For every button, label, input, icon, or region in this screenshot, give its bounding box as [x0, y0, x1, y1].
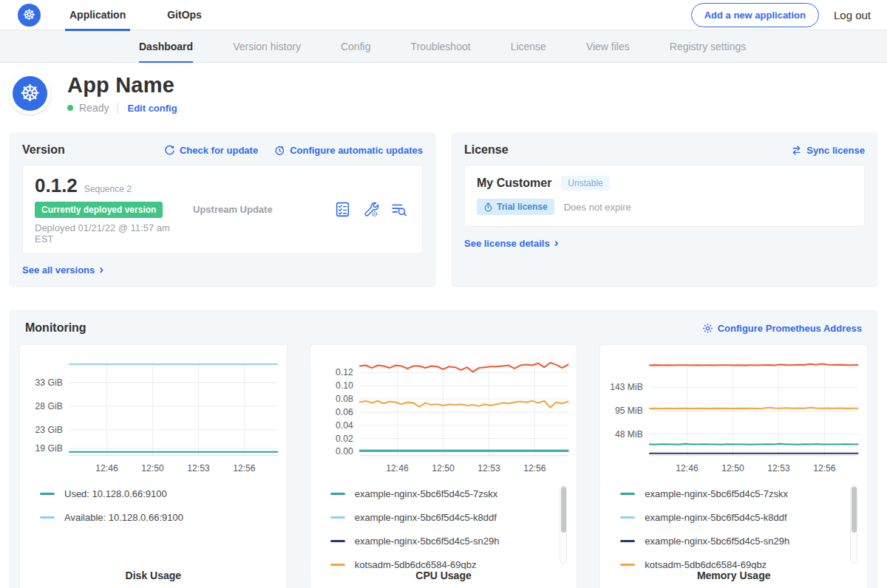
- chart-title: Disk Usage: [20, 570, 287, 581]
- scrollbar-thumb[interactable]: [852, 487, 857, 533]
- see-all-versions-label: See all versions: [22, 264, 95, 276]
- svg-text:0.04: 0.04: [336, 420, 353, 431]
- check-for-update-link[interactable]: Check for update: [164, 145, 258, 156]
- legend-label: example-nginx-5bc6f5d4c5-7zskx: [355, 488, 498, 499]
- check-for-update-label: Check for update: [180, 145, 258, 156]
- deployed-timestamp: Deployed 01/21/22 @ 11:57 am EST: [35, 222, 183, 245]
- disk-usage-chart-card: 12:4612:5012:5312:5633 GiB28 GiB23 GiB19…: [19, 344, 288, 588]
- legend-color-dash: [620, 493, 635, 495]
- upstream-update-label: Upstream Update: [183, 204, 334, 215]
- topnav-tab-gitops[interactable]: GitOps: [163, 0, 206, 30]
- svg-text:23 GiB: 23 GiB: [35, 425, 63, 435]
- version-card: Version Check for update Configure autom…: [9, 132, 436, 287]
- topnav-tab-application[interactable]: Application: [65, 0, 130, 30]
- status-dot: [67, 105, 73, 111]
- svg-text:12:50: 12:50: [432, 463, 455, 474]
- memory-usage-legend: example-nginx-5bc6f5d4c5-7zskxexample-ng…: [600, 479, 867, 570]
- subnav-tab-view-files[interactable]: View files: [586, 30, 630, 62]
- see-license-details-link[interactable]: See license details ›: [464, 237, 558, 250]
- logout-link[interactable]: Log out: [834, 9, 871, 21]
- svg-text:0.10: 0.10: [336, 380, 353, 391]
- version-card-title: Version: [22, 143, 65, 157]
- edit-config-link[interactable]: Edit config: [127, 103, 177, 114]
- config-wrench-icon[interactable]: [362, 201, 379, 218]
- svg-text:95 MiB: 95 MiB: [615, 406, 643, 416]
- add-application-button[interactable]: Add a new application: [691, 3, 819, 27]
- configure-prometheus-label: Configure Prometheus Address: [718, 323, 862, 334]
- legend-color-dash: [40, 493, 55, 495]
- svg-text:12:50: 12:50: [722, 463, 745, 474]
- subnav-tab-version-history[interactable]: Version history: [233, 30, 301, 62]
- disk-usage-legend: Used: 10.128.0.66:9100Available: 10.128.…: [20, 479, 287, 570]
- subnav-tab-license[interactable]: License: [511, 30, 546, 62]
- scrollbar-thumb[interactable]: [561, 487, 566, 533]
- legend-scrollbar[interactable]: [560, 485, 567, 564]
- cpu-usage-plot: 12:4612:5012:5312:560.120.100.080.060.04…: [310, 352, 577, 479]
- svg-text:0.00: 0.00: [336, 446, 353, 457]
- disk-usage-plot: 12:4612:5012:5312:5633 GiB28 GiB23 GiB19…: [20, 352, 287, 479]
- monitoring-title: Monitoring: [25, 321, 86, 335]
- top-navbar: ☸ ApplicationGitOps Add a new applicatio…: [0, 0, 887, 30]
- topnav-tabs: ApplicationGitOps: [65, 0, 239, 30]
- legend-item[interactable]: example-nginx-5bc6f5d4c5-7zskx: [620, 488, 842, 499]
- legend-label: example-nginx-5bc6f5d4c5-k8ddf: [355, 512, 497, 523]
- license-card: License Sync license My Customer Unstabl…: [451, 132, 878, 287]
- legend-item[interactable]: Used: 10.128.0.66:9100: [40, 488, 262, 499]
- customer-name: My Customer: [477, 177, 551, 190]
- svg-text:28 GiB: 28 GiB: [35, 401, 63, 411]
- refresh-icon: [164, 145, 175, 156]
- configure-prometheus-link[interactable]: Configure Prometheus Address: [702, 323, 862, 334]
- svg-text:143 MiB: 143 MiB: [611, 382, 644, 392]
- cpu-usage-legend: example-nginx-5bc6f5d4c5-7zskxexample-ng…: [310, 479, 577, 570]
- svg-text:12:53: 12:53: [478, 463, 500, 474]
- legend-color-dash: [330, 516, 345, 519]
- legend-item[interactable]: example-nginx-5bc6f5d4c5-k8ddf: [330, 512, 552, 523]
- divider: [118, 103, 118, 114]
- timer-icon: [483, 202, 493, 212]
- trial-license-label: Trial license: [497, 202, 548, 212]
- configure-automatic-updates-label: Configure automatic updates: [290, 145, 423, 156]
- legend-color-dash: [40, 516, 55, 519]
- svg-text:12:46: 12:46: [95, 463, 118, 474]
- legend-label: kotsadm-5db6dc6584-69qbz: [355, 559, 477, 570]
- app-logo-icon: ☸: [9, 72, 51, 114]
- status-text: Ready: [79, 102, 109, 114]
- svg-text:0.02: 0.02: [336, 434, 353, 444]
- chevron-right-icon: ›: [99, 263, 103, 276]
- subnav-tab-troubleshoot[interactable]: Troubleshoot: [410, 30, 470, 62]
- legend-item[interactable]: Available: 10.128.0.66:9100: [40, 512, 262, 523]
- kubernetes-wheel-icon: ☸: [13, 76, 47, 111]
- view-files-search-icon[interactable]: [390, 201, 407, 218]
- legend-item[interactable]: example-nginx-5bc6f5d4c5-sn29h: [330, 536, 552, 547]
- legend-item[interactable]: example-nginx-5bc6f5d4c5-sn29h: [620, 536, 842, 547]
- sync-license-label: Sync license: [806, 145, 865, 156]
- legend-scrollbar[interactable]: [850, 485, 857, 564]
- configure-automatic-updates-link[interactable]: Configure automatic updates: [274, 145, 423, 156]
- version-number: 0.1.2: [35, 174, 78, 197]
- current-version-panel: 0.1.2 Sequence 2 Currently deployed vers…: [22, 165, 423, 254]
- clock-refresh-icon: [274, 145, 285, 156]
- svg-text:12:56: 12:56: [814, 463, 837, 474]
- license-expiry: Does not expire: [564, 202, 631, 213]
- legend-color-dash: [620, 516, 635, 519]
- app-header: ☸ App Name Ready Edit config: [0, 63, 887, 126]
- svg-text:48 MiB: 48 MiB: [615, 429, 643, 440]
- svg-text:0.12: 0.12: [336, 367, 353, 377]
- legend-item[interactable]: example-nginx-5bc6f5d4c5-k8ddf: [620, 512, 842, 523]
- see-all-versions-link[interactable]: See all versions ›: [22, 264, 103, 276]
- subnav-tab-config[interactable]: Config: [341, 30, 370, 62]
- preflight-checks-icon[interactable]: [334, 201, 351, 218]
- trial-license-badge: Trial license: [477, 199, 554, 215]
- legend-color-dash: [330, 493, 345, 495]
- sync-arrows-icon: [791, 145, 802, 156]
- legend-item[interactable]: kotsadm-5db6dc6584-69qbz: [620, 559, 842, 570]
- chart-title: CPU Usage: [310, 570, 577, 581]
- legend-item[interactable]: example-nginx-5bc6f5d4c5-7zskx: [330, 488, 552, 499]
- legend-label: Used: 10.128.0.66:9100: [64, 488, 167, 499]
- legend-item[interactable]: kotsadm-5db6dc6584-69qbz: [330, 559, 552, 570]
- svg-text:19 GiB: 19 GiB: [35, 443, 63, 454]
- sync-license-link[interactable]: Sync license: [791, 145, 865, 156]
- dashboard-subnav: DashboardVersion historyConfigTroublesho…: [0, 30, 887, 63]
- subnav-tab-dashboard[interactable]: Dashboard: [139, 30, 193, 62]
- subnav-tab-registry-settings[interactable]: Registry settings: [670, 30, 746, 62]
